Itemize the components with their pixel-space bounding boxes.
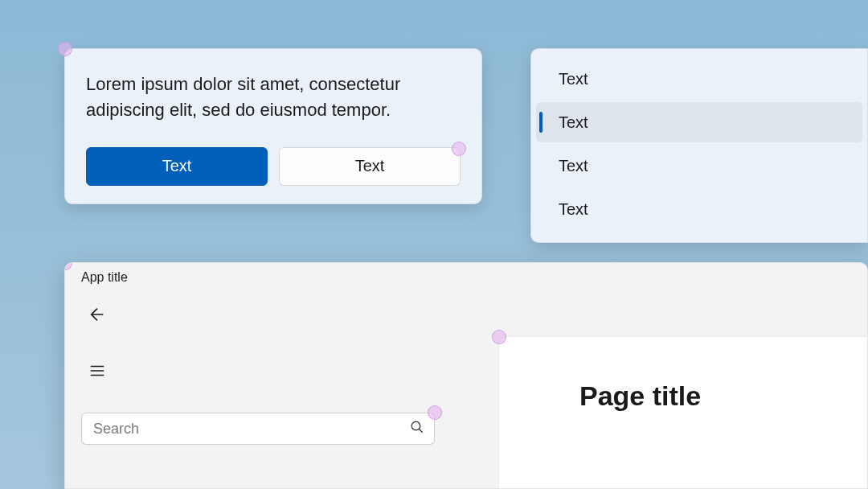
back-button[interactable] xyxy=(81,300,113,332)
hamburger-icon xyxy=(88,362,106,383)
nav-pane xyxy=(65,292,451,488)
app-body: Page title xyxy=(65,292,867,488)
search-input[interactable] xyxy=(93,421,410,438)
dialog-secondary-button[interactable]: Text xyxy=(279,147,461,186)
page-title: Page title xyxy=(579,380,867,412)
list-panel: Text Text Text Text xyxy=(530,48,868,243)
highlight-dot xyxy=(492,330,506,344)
dialog-card: Lorem ipsum dolor sit amet, consectetur … xyxy=(64,48,482,204)
dialog-body-text: Lorem ipsum dolor sit amet, consectetur … xyxy=(86,72,461,123)
highlight-dot xyxy=(452,142,466,156)
list-item-label: Text xyxy=(559,157,588,175)
list-item-label: Text xyxy=(559,200,588,219)
list-item-label: Text xyxy=(559,113,588,132)
list-item[interactable]: Text xyxy=(536,59,862,99)
app-window: App title Page titl xyxy=(64,262,868,489)
list-item[interactable]: Text xyxy=(536,146,862,186)
back-arrow-icon xyxy=(88,306,106,327)
app-titlebar: App title xyxy=(65,263,867,292)
hamburger-button[interactable] xyxy=(81,356,113,388)
highlight-dot xyxy=(58,42,72,56)
app-title: App title xyxy=(81,270,128,285)
highlight-dot xyxy=(428,405,442,420)
list-item[interactable]: Text xyxy=(536,189,862,229)
svg-point-0 xyxy=(411,421,420,430)
dialog-primary-button-label: Text xyxy=(162,157,192,175)
search-box[interactable] xyxy=(81,413,435,445)
dialog-primary-button[interactable]: Text xyxy=(86,147,268,186)
list-item[interactable]: Text xyxy=(536,102,862,142)
list-item-label: Text xyxy=(559,70,588,88)
dialog-secondary-button-label: Text xyxy=(355,157,385,175)
search-icon xyxy=(410,420,424,438)
dialog-button-row: Text Text xyxy=(86,147,461,186)
content-pane: Page title xyxy=(499,337,867,488)
